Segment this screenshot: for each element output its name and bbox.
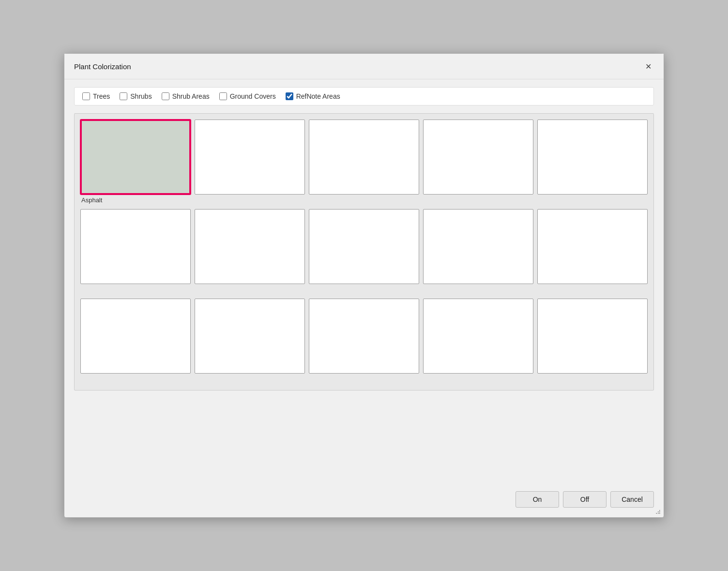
cell-wrapper-2-1 xyxy=(195,299,305,384)
ground-covers-checkbox[interactable] xyxy=(219,92,227,100)
close-button[interactable]: ✕ xyxy=(641,60,655,73)
color-cell-0-2[interactable] xyxy=(309,120,419,195)
grid-row-0: Asphalt xyxy=(80,120,648,205)
spacer xyxy=(74,398,654,476)
trees-label: Trees xyxy=(93,92,110,100)
cell-wrapper-2-3 xyxy=(423,299,533,384)
dialog-title: Plant Colorization xyxy=(74,62,131,71)
shrubs-checkbox-item[interactable]: Shrubs xyxy=(120,92,152,100)
color-cell-1-1[interactable] xyxy=(195,209,305,284)
color-cell-2-2[interactable] xyxy=(309,299,419,374)
refnote-areas-checkbox[interactable] xyxy=(286,92,293,100)
plant-colorization-dialog: Plant Colorization ✕ Trees Shrubs Shrub … xyxy=(64,53,664,518)
color-cell-0-0[interactable] xyxy=(80,120,191,195)
grid-row-2 xyxy=(80,299,648,384)
color-cell-2-1[interactable] xyxy=(195,299,305,374)
cell-wrapper-2-0 xyxy=(80,299,191,384)
cell-wrapper-0-2 xyxy=(309,120,419,205)
footer: On Off Cancel xyxy=(64,483,664,517)
color-cell-1-0[interactable] xyxy=(80,209,191,284)
color-cell-0-3[interactable] xyxy=(423,120,533,195)
resize-handle[interactable] xyxy=(655,509,661,514)
cell-label-1-4 xyxy=(537,286,648,295)
cell-label-0-2 xyxy=(309,196,419,205)
cell-wrapper-1-1 xyxy=(195,209,305,295)
color-cell-1-3[interactable] xyxy=(423,209,533,284)
color-cell-2-0[interactable] xyxy=(80,299,191,374)
cell-wrapper-1-3 xyxy=(423,209,533,295)
cell-wrapper-0-3 xyxy=(423,120,533,205)
shrubs-checkbox[interactable] xyxy=(120,92,127,100)
shrubs-label: Shrubs xyxy=(130,92,152,100)
cell-label-1-0 xyxy=(80,286,191,295)
cell-wrapper-0-1 xyxy=(195,120,305,205)
color-grid-container: Asphalt xyxy=(74,113,654,391)
trees-checkbox-item[interactable]: Trees xyxy=(82,92,110,100)
cell-label-1-3 xyxy=(423,286,533,295)
cell-wrapper-0-4 xyxy=(537,120,648,205)
cell-label-2-1 xyxy=(195,376,305,384)
cell-label-1-2 xyxy=(309,286,419,295)
grid-row-1 xyxy=(80,209,648,295)
shrub-areas-checkbox[interactable] xyxy=(162,92,169,100)
cell-label-0-0: Asphalt xyxy=(80,196,191,205)
ground-covers-label: Ground Covers xyxy=(230,92,276,100)
cell-wrapper-2-2 xyxy=(309,299,419,384)
cell-label-0-4 xyxy=(537,196,648,205)
refnote-areas-label: RefNote Areas xyxy=(296,92,340,100)
cell-label-2-2 xyxy=(309,376,419,384)
cancel-button[interactable]: Cancel xyxy=(610,491,654,508)
cell-wrapper-1-0 xyxy=(80,209,191,295)
color-cell-1-4[interactable] xyxy=(537,209,648,284)
cell-label-2-4 xyxy=(537,376,648,384)
refnote-areas-checkbox-item[interactable]: RefNote Areas xyxy=(286,92,340,100)
color-cell-2-4[interactable] xyxy=(537,299,648,374)
color-cell-1-2[interactable] xyxy=(309,209,419,284)
on-button[interactable]: On xyxy=(516,491,559,508)
ground-covers-checkbox-item[interactable]: Ground Covers xyxy=(219,92,276,100)
cell-wrapper-1-2 xyxy=(309,209,419,295)
shrub-areas-label: Shrub Areas xyxy=(172,92,210,100)
cell-label-0-3 xyxy=(423,196,533,205)
color-cell-2-3[interactable] xyxy=(423,299,533,374)
cell-wrapper-1-4 xyxy=(537,209,648,295)
cell-wrapper-2-4 xyxy=(537,299,648,384)
shrub-areas-checkbox-item[interactable]: Shrub Areas xyxy=(162,92,210,100)
cell-label-2-0 xyxy=(80,376,191,384)
cell-label-1-1 xyxy=(195,286,305,295)
color-cell-0-4[interactable] xyxy=(537,120,648,195)
checkbox-bar: Trees Shrubs Shrub Areas Ground Covers R… xyxy=(74,87,654,105)
resize-dots-icon xyxy=(656,510,661,514)
cell-wrapper-0-0: Asphalt xyxy=(80,120,191,205)
title-bar: Plant Colorization ✕ xyxy=(64,54,664,79)
trees-checkbox[interactable] xyxy=(82,92,90,100)
off-button[interactable]: Off xyxy=(563,491,607,508)
color-cell-0-1[interactable] xyxy=(195,120,305,195)
dialog-body: Trees Shrubs Shrub Areas Ground Covers R… xyxy=(64,79,664,483)
cell-label-0-1 xyxy=(195,196,305,205)
cell-label-2-3 xyxy=(423,376,533,384)
